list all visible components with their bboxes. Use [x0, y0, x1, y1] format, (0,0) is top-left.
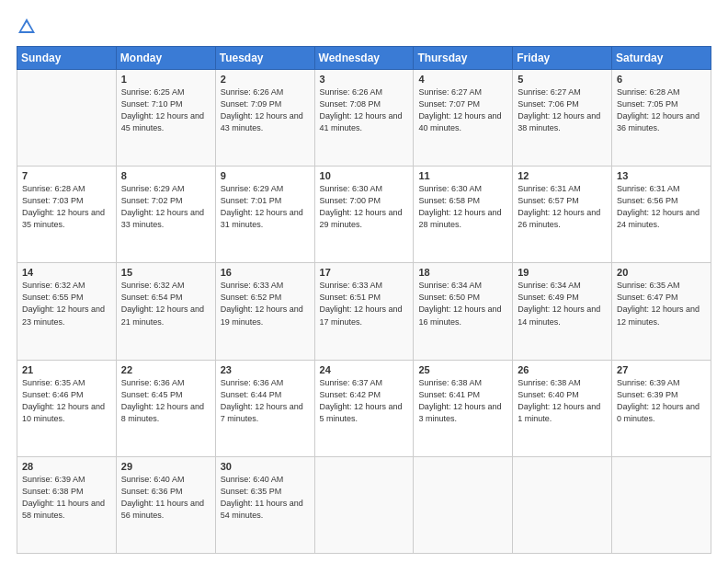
day-info: Sunrise: 6:35 AMSunset: 6:46 PMDaylight:… — [22, 377, 111, 425]
header-friday: Friday — [513, 47, 612, 70]
day-info: Sunrise: 6:32 AMSunset: 6:54 PMDaylight:… — [121, 280, 210, 327]
header-sunday: Sunday — [17, 47, 117, 70]
day-number: 15 — [121, 267, 210, 278]
calendar-cell — [414, 456, 513, 553]
day-number: 11 — [418, 170, 507, 181]
day-info: Sunrise: 6:35 AMSunset: 6:47 PMDaylight:… — [617, 280, 706, 327]
day-info: Sunrise: 6:39 AMSunset: 6:39 PMDaylight:… — [617, 377, 706, 425]
day-info: Sunrise: 6:27 AMSunset: 7:06 PMDaylight:… — [518, 86, 607, 134]
calendar-cell: 16Sunrise: 6:33 AMSunset: 6:52 PMDayligh… — [215, 263, 314, 360]
day-info: Sunrise: 6:31 AMSunset: 6:57 PMDaylight:… — [518, 183, 607, 231]
calendar-week-2: 14Sunrise: 6:32 AMSunset: 6:55 PMDayligh… — [17, 263, 711, 360]
calendar-cell: 4Sunrise: 6:27 AMSunset: 7:07 PMDaylight… — [414, 70, 513, 167]
day-number: 14 — [22, 267, 111, 278]
day-info: Sunrise: 6:34 AMSunset: 6:50 PMDaylight:… — [418, 280, 507, 327]
calendar-week-1: 7Sunrise: 6:28 AMSunset: 7:03 PMDaylight… — [17, 167, 711, 263]
day-info: Sunrise: 6:26 AMSunset: 7:08 PMDaylight:… — [320, 86, 409, 134]
header — [17, 17, 711, 37]
day-number: 8 — [121, 170, 210, 181]
day-number: 9 — [221, 170, 310, 181]
calendar-header-row: Sunday Monday Tuesday Wednesday Thursday… — [17, 47, 711, 70]
header-wednesday: Wednesday — [314, 47, 414, 70]
day-number: 21 — [22, 364, 111, 375]
calendar-cell: 11Sunrise: 6:30 AMSunset: 6:58 PMDayligh… — [414, 167, 513, 263]
day-number: 13 — [617, 170, 706, 181]
day-number: 6 — [617, 74, 706, 85]
day-info: Sunrise: 6:26 AMSunset: 7:09 PMDaylight:… — [221, 86, 310, 134]
logo — [17, 17, 40, 37]
day-number: 22 — [121, 364, 210, 375]
calendar-cell: 28Sunrise: 6:39 AMSunset: 6:38 PMDayligh… — [17, 456, 117, 553]
calendar-cell: 15Sunrise: 6:32 AMSunset: 6:54 PMDayligh… — [116, 263, 215, 360]
day-number: 24 — [320, 364, 409, 375]
day-info: Sunrise: 6:34 AMSunset: 6:49 PMDaylight:… — [518, 280, 607, 327]
day-info: Sunrise: 6:36 AMSunset: 6:44 PMDaylight:… — [221, 377, 310, 425]
day-info: Sunrise: 6:33 AMSunset: 6:51 PMDaylight:… — [320, 280, 409, 327]
calendar-cell — [612, 456, 711, 553]
day-number: 18 — [418, 267, 507, 278]
day-number: 4 — [418, 74, 507, 85]
day-number: 27 — [617, 364, 706, 375]
calendar-cell — [17, 70, 117, 167]
day-info: Sunrise: 6:27 AMSunset: 7:07 PMDaylight:… — [418, 86, 507, 134]
calendar-cell: 13Sunrise: 6:31 AMSunset: 6:56 PMDayligh… — [612, 167, 711, 263]
day-number: 10 — [320, 170, 409, 181]
calendar-cell: 20Sunrise: 6:35 AMSunset: 6:47 PMDayligh… — [612, 263, 711, 360]
day-number: 30 — [221, 461, 310, 472]
calendar-week-0: 1Sunrise: 6:25 AMSunset: 7:10 PMDaylight… — [17, 70, 711, 167]
day-info: Sunrise: 6:28 AMSunset: 7:05 PMDaylight:… — [617, 86, 706, 134]
day-info: Sunrise: 6:39 AMSunset: 6:38 PMDaylight:… — [22, 474, 111, 522]
day-number: 25 — [418, 364, 507, 375]
logo-icon — [17, 17, 37, 37]
day-number: 29 — [121, 461, 210, 472]
calendar-cell: 22Sunrise: 6:36 AMSunset: 6:45 PMDayligh… — [116, 360, 215, 456]
day-number: 17 — [320, 267, 409, 278]
calendar-week-3: 21Sunrise: 6:35 AMSunset: 6:46 PMDayligh… — [17, 360, 711, 456]
day-info: Sunrise: 6:40 AMSunset: 6:36 PMDaylight:… — [121, 474, 210, 522]
calendar-cell: 14Sunrise: 6:32 AMSunset: 6:55 PMDayligh… — [17, 263, 117, 360]
day-number: 12 — [518, 170, 607, 181]
calendar-cell: 17Sunrise: 6:33 AMSunset: 6:51 PMDayligh… — [314, 263, 414, 360]
calendar-cell: 19Sunrise: 6:34 AMSunset: 6:49 PMDayligh… — [513, 263, 612, 360]
day-number: 2 — [221, 74, 310, 85]
calendar-cell: 30Sunrise: 6:40 AMSunset: 6:35 PMDayligh… — [215, 456, 314, 553]
calendar-cell: 21Sunrise: 6:35 AMSunset: 6:46 PMDayligh… — [17, 360, 117, 456]
day-info: Sunrise: 6:33 AMSunset: 6:52 PMDaylight:… — [221, 280, 310, 327]
calendar-cell: 1Sunrise: 6:25 AMSunset: 7:10 PMDaylight… — [116, 70, 215, 167]
day-number: 23 — [221, 364, 310, 375]
day-number: 16 — [221, 267, 310, 278]
calendar-cell — [513, 456, 612, 553]
day-number: 19 — [518, 267, 607, 278]
day-number: 7 — [22, 170, 111, 181]
calendar-cell: 25Sunrise: 6:38 AMSunset: 6:41 PMDayligh… — [414, 360, 513, 456]
calendar-table: Sunday Monday Tuesday Wednesday Thursday… — [17, 46, 711, 554]
day-number: 28 — [22, 461, 111, 472]
page: Sunday Monday Tuesday Wednesday Thursday… — [0, 0, 728, 563]
calendar-cell: 6Sunrise: 6:28 AMSunset: 7:05 PMDaylight… — [612, 70, 711, 167]
day-info: Sunrise: 6:37 AMSunset: 6:42 PMDaylight:… — [320, 377, 409, 425]
day-info: Sunrise: 6:38 AMSunset: 6:41 PMDaylight:… — [418, 377, 507, 425]
header-tuesday: Tuesday — [215, 47, 314, 70]
day-info: Sunrise: 6:28 AMSunset: 7:03 PMDaylight:… — [22, 183, 111, 231]
day-info: Sunrise: 6:30 AMSunset: 7:00 PMDaylight:… — [320, 183, 409, 231]
day-number: 1 — [121, 74, 210, 85]
day-info: Sunrise: 6:25 AMSunset: 7:10 PMDaylight:… — [121, 86, 210, 134]
calendar-cell: 29Sunrise: 6:40 AMSunset: 6:36 PMDayligh… — [116, 456, 215, 553]
calendar-cell — [314, 456, 414, 553]
day-info: Sunrise: 6:29 AMSunset: 7:02 PMDaylight:… — [121, 183, 210, 231]
calendar-cell: 7Sunrise: 6:28 AMSunset: 7:03 PMDaylight… — [17, 167, 117, 263]
day-info: Sunrise: 6:31 AMSunset: 6:56 PMDaylight:… — [617, 183, 706, 231]
header-thursday: Thursday — [414, 47, 513, 70]
header-saturday: Saturday — [612, 47, 711, 70]
calendar-cell: 9Sunrise: 6:29 AMSunset: 7:01 PMDaylight… — [215, 167, 314, 263]
calendar-cell: 8Sunrise: 6:29 AMSunset: 7:02 PMDaylight… — [116, 167, 215, 263]
day-info: Sunrise: 6:29 AMSunset: 7:01 PMDaylight:… — [221, 183, 310, 231]
calendar-cell: 26Sunrise: 6:38 AMSunset: 6:40 PMDayligh… — [513, 360, 612, 456]
header-monday: Monday — [116, 47, 215, 70]
calendar-cell: 23Sunrise: 6:36 AMSunset: 6:44 PMDayligh… — [215, 360, 314, 456]
day-number: 5 — [518, 74, 607, 85]
day-number: 20 — [617, 267, 706, 278]
calendar-cell: 10Sunrise: 6:30 AMSunset: 7:00 PMDayligh… — [314, 167, 414, 263]
day-info: Sunrise: 6:30 AMSunset: 6:58 PMDaylight:… — [418, 183, 507, 231]
day-info: Sunrise: 6:32 AMSunset: 6:55 PMDaylight:… — [22, 280, 111, 327]
